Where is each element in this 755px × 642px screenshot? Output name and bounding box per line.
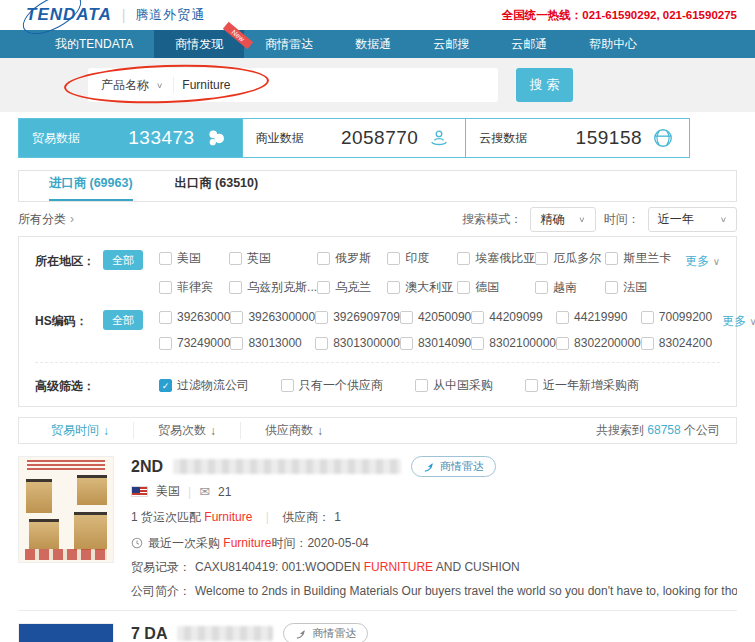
tab-importers[interactable]: 进口商(69963) xyxy=(49,175,133,201)
hs-option[interactable]: 70099200 xyxy=(641,310,712,324)
all-categories-link[interactable]: 所有分类 › xyxy=(18,211,74,228)
envelope-icon[interactable]: ✉ xyxy=(199,484,210,499)
product-name: 腾道外贸通 xyxy=(135,6,205,24)
nav-item-my-tendata[interactable]: 我的TENDATA xyxy=(34,30,154,58)
region-option[interactable]: 埃塞俄比亚 xyxy=(457,250,535,267)
hs-option[interactable]: 83014090 xyxy=(400,336,471,350)
region-option[interactable]: 乌克兰 xyxy=(317,279,387,296)
region-option[interactable]: 乌兹别克斯... xyxy=(229,279,317,296)
checkbox-icon xyxy=(229,281,242,294)
radar-button[interactable]: 商情雷达 xyxy=(283,623,368,642)
checkbox-icon xyxy=(471,337,484,350)
region-more-link[interactable]: 更多 ∨ xyxy=(685,250,720,296)
region-option[interactable]: 德国 xyxy=(457,279,535,296)
hs-option[interactable]: 3926909709 xyxy=(315,310,400,324)
region-option[interactable]: 英国 xyxy=(229,250,317,267)
region-option[interactable]: 俄罗斯 xyxy=(317,250,387,267)
thumbnail-art xyxy=(27,460,105,472)
checkbox-icon xyxy=(535,252,548,265)
hs-option[interactable]: 8302200000 xyxy=(556,336,641,350)
company-thumbnail[interactable] xyxy=(18,456,114,563)
checkbox-icon xyxy=(400,311,413,324)
advanced-option-filter-logistics[interactable]: ✓过滤物流公司 xyxy=(159,377,249,394)
search-mode-select[interactable]: 精确 ∨ xyxy=(530,207,595,232)
nav-item-cloud-mail-search[interactable]: 云邮搜 xyxy=(412,30,490,58)
nav-item-business-discovery[interactable]: 商情发现 New xyxy=(154,30,244,58)
sort-supplier-count[interactable]: 供应商数↓ xyxy=(241,422,347,439)
hs-option[interactable]: 83013000 xyxy=(230,336,315,350)
tab-exporters[interactable]: 出口商(63510) xyxy=(175,175,259,201)
censored-company-name xyxy=(173,459,401,474)
sort-bar: 贸易时间↓ 贸易次数↓ 供应商数↓ 共搜索到 68758 个公司 xyxy=(18,417,737,444)
search-input[interactable] xyxy=(182,78,498,92)
hs-option[interactable]: 73249000 xyxy=(159,336,230,350)
advanced-label: 高级筛选： xyxy=(35,375,103,395)
region-option[interactable]: 法国 xyxy=(605,279,675,296)
nav-item-help-center[interactable]: 帮助中心 xyxy=(568,30,658,58)
hs-option[interactable]: 42050090 xyxy=(400,310,471,324)
checkbox-icon xyxy=(315,311,328,324)
stat-cloud-search-data[interactable]: 云搜数据 159158 xyxy=(465,119,689,157)
time-select[interactable]: 近一年 ∨ xyxy=(648,207,737,232)
match-summary: 1 货运次匹配 Furniture | 供应商：1 xyxy=(131,509,737,526)
radar-button[interactable]: 商情雷达 xyxy=(411,456,496,477)
logo[interactable]: TENDATA | 腾道外贸通 xyxy=(26,5,205,25)
region-option[interactable]: 菲律宾 xyxy=(159,279,229,296)
search-divider xyxy=(173,77,174,93)
checkbox-checked-icon: ✓ xyxy=(159,379,172,392)
sort-trade-time[interactable]: 贸易时间↓ xyxy=(27,422,134,439)
checkbox-icon xyxy=(315,337,328,350)
advanced-option-single-supplier[interactable]: 只有一个供应商 xyxy=(281,377,383,394)
clock-icon xyxy=(131,537,143,549)
hs-option[interactable]: 44209099 xyxy=(471,310,556,324)
checkbox-icon xyxy=(525,379,538,392)
checkbox-icon xyxy=(641,311,654,324)
hs-option[interactable]: 83024200 xyxy=(641,336,712,350)
logo-divider: | xyxy=(122,7,126,23)
stat-business-data[interactable]: 商业数据 2058770 xyxy=(242,119,466,157)
thumbnail-art xyxy=(74,512,107,550)
checkbox-icon xyxy=(415,379,428,392)
nav-item-data-pass[interactable]: 数据通 xyxy=(334,30,412,58)
stat-trade-data[interactable]: 贸易数据 133473 xyxy=(19,119,242,157)
hs-filter-row: HS编码： 全部 39263000 3926300000 3926909709 … xyxy=(19,310,736,350)
sort-trade-count[interactable]: 贸易次数↓ xyxy=(134,422,241,439)
result-count: 共搜索到 68758 个公司 xyxy=(596,422,720,439)
nav-item-cloud-mail-pass[interactable]: 云邮通 xyxy=(490,30,568,58)
hs-option[interactable]: 39263000 xyxy=(159,310,230,324)
data-stats-bar: 贸易数据 133473 商业数据 2058770 云搜数据 159158 xyxy=(18,118,690,158)
keyword-highlight: Furniture xyxy=(204,510,252,524)
region-option[interactable]: 厄瓜多尔 xyxy=(535,250,605,267)
search-category-select[interactable]: 产品名称 ∨ xyxy=(88,77,173,94)
message-count: 21 xyxy=(218,485,231,499)
chevron-down-icon: ∨ xyxy=(578,215,585,224)
hs-option[interactable]: 8301300000 xyxy=(315,336,400,350)
checkbox-icon xyxy=(281,379,294,392)
region-option[interactable]: 美国 xyxy=(159,250,229,267)
hs-more-link[interactable]: 更多 ∨ xyxy=(722,310,755,350)
hs-all-button[interactable]: 全部 xyxy=(103,310,143,330)
thumbnail-art xyxy=(26,479,52,513)
company-name[interactable]: 7 DA xyxy=(131,625,167,642)
checkbox-icon xyxy=(159,337,172,350)
region-all-button[interactable]: 全部 xyxy=(103,250,143,270)
company-name[interactable]: 2ND xyxy=(131,458,163,476)
hs-option[interactable]: 3926300000 xyxy=(230,310,315,324)
company-thumbnail[interactable] xyxy=(18,623,114,642)
region-option[interactable]: 斯里兰卡 xyxy=(605,250,675,267)
search-button[interactable]: 搜 索 xyxy=(516,68,573,102)
advanced-option-buy-from-china[interactable]: 从中国采购 xyxy=(415,377,493,394)
region-label: 所在地区： xyxy=(35,250,103,296)
results-list: 2ND 商情雷达 美国 | ✉ 21 xyxy=(18,444,737,642)
nav-item-business-radar[interactable]: 商情雷达 xyxy=(244,30,334,58)
region-option[interactable]: 越南 xyxy=(535,279,605,296)
region-option[interactable]: 澳大利亚 xyxy=(387,279,457,296)
checkbox-icon xyxy=(605,281,618,294)
hs-option[interactable]: 44219990 xyxy=(556,310,641,324)
checkbox-icon xyxy=(641,337,654,350)
checkbox-icon xyxy=(317,252,330,265)
checkbox-icon xyxy=(535,281,548,294)
region-option[interactable]: 印度 xyxy=(387,250,457,267)
hs-option[interactable]: 8302100000 xyxy=(471,336,556,350)
advanced-option-new-buyers[interactable]: 近一年新增采购商 xyxy=(525,377,639,394)
